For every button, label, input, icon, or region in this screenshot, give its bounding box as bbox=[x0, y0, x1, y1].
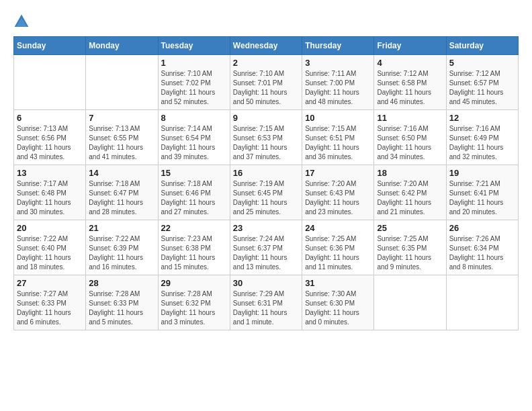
day-number: 29 bbox=[161, 278, 227, 288]
day-info: Sunrise: 7:25 AM Sunset: 6:35 PM Dayligh… bbox=[377, 234, 443, 272]
day-number: 28 bbox=[89, 278, 154, 288]
day-cell: 2Sunrise: 7:10 AM Sunset: 7:01 PM Daylig… bbox=[230, 55, 302, 110]
day-info: Sunrise: 7:10 AM Sunset: 7:01 PM Dayligh… bbox=[233, 69, 299, 107]
day-cell: 15Sunrise: 7:18 AM Sunset: 6:46 PM Dayli… bbox=[158, 165, 230, 220]
day-number: 21 bbox=[89, 223, 154, 233]
day-cell: 26Sunrise: 7:26 AM Sunset: 6:34 PM Dayli… bbox=[446, 220, 518, 275]
day-info: Sunrise: 7:18 AM Sunset: 6:47 PM Dayligh… bbox=[89, 179, 154, 217]
day-cell: 8Sunrise: 7:14 AM Sunset: 6:54 PM Daylig… bbox=[158, 110, 230, 165]
day-cell: 3Sunrise: 7:11 AM Sunset: 7:00 PM Daylig… bbox=[302, 55, 374, 110]
day-cell: 17Sunrise: 7:20 AM Sunset: 6:43 PM Dayli… bbox=[302, 165, 374, 220]
day-cell: 14Sunrise: 7:18 AM Sunset: 6:47 PM Dayli… bbox=[86, 165, 158, 220]
day-number: 26 bbox=[449, 223, 515, 233]
day-cell: 7Sunrise: 7:13 AM Sunset: 6:55 PM Daylig… bbox=[86, 110, 158, 165]
day-info: Sunrise: 7:10 AM Sunset: 7:02 PM Dayligh… bbox=[161, 69, 227, 107]
day-number: 23 bbox=[233, 223, 299, 233]
day-info: Sunrise: 7:23 AM Sunset: 6:38 PM Dayligh… bbox=[161, 234, 227, 272]
day-number: 19 bbox=[449, 168, 515, 178]
header-cell-tuesday: Tuesday bbox=[158, 37, 230, 55]
header-cell-thursday: Thursday bbox=[302, 37, 374, 55]
header-cell-friday: Friday bbox=[374, 37, 446, 55]
day-number: 31 bbox=[305, 278, 371, 288]
day-cell: 23Sunrise: 7:24 AM Sunset: 6:37 PM Dayli… bbox=[230, 220, 302, 275]
day-cell: 11Sunrise: 7:16 AM Sunset: 6:50 PM Dayli… bbox=[374, 110, 446, 165]
day-number: 7 bbox=[89, 113, 154, 123]
header-cell-saturday: Saturday bbox=[446, 37, 518, 55]
day-number: 24 bbox=[305, 223, 371, 233]
day-number: 10 bbox=[305, 113, 371, 123]
day-number: 27 bbox=[17, 278, 83, 288]
day-info: Sunrise: 7:19 AM Sunset: 6:45 PM Dayligh… bbox=[233, 179, 299, 217]
day-number: 16 bbox=[233, 168, 299, 178]
day-info: Sunrise: 7:28 AM Sunset: 6:33 PM Dayligh… bbox=[89, 289, 154, 327]
day-info: Sunrise: 7:15 AM Sunset: 6:51 PM Dayligh… bbox=[305, 124, 371, 162]
day-info: Sunrise: 7:24 AM Sunset: 6:37 PM Dayligh… bbox=[233, 234, 299, 272]
day-cell: 6Sunrise: 7:13 AM Sunset: 6:56 PM Daylig… bbox=[14, 110, 86, 165]
day-cell: 30Sunrise: 7:29 AM Sunset: 6:31 PM Dayli… bbox=[230, 275, 302, 330]
day-number: 18 bbox=[377, 168, 443, 178]
header-cell-wednesday: Wednesday bbox=[230, 37, 302, 55]
day-cell: 24Sunrise: 7:25 AM Sunset: 6:36 PM Dayli… bbox=[302, 220, 374, 275]
logo bbox=[13, 13, 32, 30]
week-row-4: 20Sunrise: 7:22 AM Sunset: 6:40 PM Dayli… bbox=[14, 220, 519, 275]
day-cell: 18Sunrise: 7:20 AM Sunset: 6:42 PM Dayli… bbox=[374, 165, 446, 220]
day-cell: 22Sunrise: 7:23 AM Sunset: 6:38 PM Dayli… bbox=[158, 220, 230, 275]
day-cell: 25Sunrise: 7:25 AM Sunset: 6:35 PM Dayli… bbox=[374, 220, 446, 275]
day-number: 13 bbox=[17, 168, 83, 178]
day-cell: 31Sunrise: 7:30 AM Sunset: 6:30 PM Dayli… bbox=[302, 275, 374, 330]
day-info: Sunrise: 7:29 AM Sunset: 6:31 PM Dayligh… bbox=[233, 289, 299, 327]
day-info: Sunrise: 7:15 AM Sunset: 6:53 PM Dayligh… bbox=[233, 124, 299, 162]
day-cell: 9Sunrise: 7:15 AM Sunset: 6:53 PM Daylig… bbox=[230, 110, 302, 165]
day-number: 20 bbox=[17, 223, 83, 233]
day-number: 22 bbox=[161, 223, 227, 233]
day-info: Sunrise: 7:13 AM Sunset: 6:56 PM Dayligh… bbox=[17, 124, 83, 162]
day-number: 9 bbox=[233, 113, 299, 123]
day-info: Sunrise: 7:20 AM Sunset: 6:43 PM Dayligh… bbox=[305, 179, 371, 217]
day-info: Sunrise: 7:28 AM Sunset: 6:32 PM Dayligh… bbox=[161, 289, 227, 327]
day-info: Sunrise: 7:18 AM Sunset: 6:46 PM Dayligh… bbox=[161, 179, 227, 217]
day-info: Sunrise: 7:22 AM Sunset: 6:40 PM Dayligh… bbox=[17, 234, 83, 272]
header-cell-monday: Monday bbox=[86, 37, 158, 55]
day-info: Sunrise: 7:22 AM Sunset: 6:39 PM Dayligh… bbox=[89, 234, 154, 272]
day-info: Sunrise: 7:13 AM Sunset: 6:55 PM Dayligh… bbox=[89, 124, 154, 162]
header-row: SundayMondayTuesdayWednesdayThursdayFrid… bbox=[14, 37, 519, 55]
week-row-2: 6Sunrise: 7:13 AM Sunset: 6:56 PM Daylig… bbox=[14, 110, 519, 165]
day-cell bbox=[14, 55, 86, 110]
day-number: 5 bbox=[449, 58, 515, 68]
week-row-1: 1Sunrise: 7:10 AM Sunset: 7:02 PM Daylig… bbox=[14, 55, 519, 110]
day-number: 3 bbox=[305, 58, 371, 68]
day-info: Sunrise: 7:11 AM Sunset: 7:00 PM Dayligh… bbox=[305, 69, 371, 107]
day-info: Sunrise: 7:25 AM Sunset: 6:36 PM Dayligh… bbox=[305, 234, 371, 272]
day-cell: 5Sunrise: 7:12 AM Sunset: 6:57 PM Daylig… bbox=[446, 55, 518, 110]
header-cell-sunday: Sunday bbox=[14, 37, 86, 55]
header bbox=[13, 13, 519, 30]
day-info: Sunrise: 7:17 AM Sunset: 6:48 PM Dayligh… bbox=[17, 179, 83, 217]
day-number: 25 bbox=[377, 223, 443, 233]
day-number: 15 bbox=[161, 168, 227, 178]
day-cell: 10Sunrise: 7:15 AM Sunset: 6:51 PM Dayli… bbox=[302, 110, 374, 165]
day-info: Sunrise: 7:21 AM Sunset: 6:41 PM Dayligh… bbox=[449, 179, 515, 217]
day-info: Sunrise: 7:14 AM Sunset: 6:54 PM Dayligh… bbox=[161, 124, 227, 162]
day-cell bbox=[446, 275, 518, 330]
week-row-3: 13Sunrise: 7:17 AM Sunset: 6:48 PM Dayli… bbox=[14, 165, 519, 220]
day-cell: 12Sunrise: 7:16 AM Sunset: 6:49 PM Dayli… bbox=[446, 110, 518, 165]
day-cell: 4Sunrise: 7:12 AM Sunset: 6:58 PM Daylig… bbox=[374, 55, 446, 110]
day-info: Sunrise: 7:26 AM Sunset: 6:34 PM Dayligh… bbox=[449, 234, 515, 272]
day-number: 4 bbox=[377, 58, 443, 68]
calendar-body: 1Sunrise: 7:10 AM Sunset: 7:02 PM Daylig… bbox=[14, 55, 519, 330]
calendar-header: SundayMondayTuesdayWednesdayThursdayFrid… bbox=[14, 37, 519, 55]
day-cell: 28Sunrise: 7:28 AM Sunset: 6:33 PM Dayli… bbox=[86, 275, 158, 330]
day-cell: 21Sunrise: 7:22 AM Sunset: 6:39 PM Dayli… bbox=[86, 220, 158, 275]
day-number: 14 bbox=[89, 168, 154, 178]
calendar-table: SundayMondayTuesdayWednesdayThursdayFrid… bbox=[13, 36, 519, 330]
day-info: Sunrise: 7:12 AM Sunset: 6:57 PM Dayligh… bbox=[449, 69, 515, 107]
day-number: 12 bbox=[449, 113, 515, 123]
day-number: 11 bbox=[377, 113, 443, 123]
day-number: 1 bbox=[161, 58, 227, 68]
day-cell: 20Sunrise: 7:22 AM Sunset: 6:40 PM Dayli… bbox=[14, 220, 86, 275]
day-cell: 13Sunrise: 7:17 AM Sunset: 6:48 PM Dayli… bbox=[14, 165, 86, 220]
day-number: 30 bbox=[233, 278, 299, 288]
day-cell: 27Sunrise: 7:27 AM Sunset: 6:33 PM Dayli… bbox=[14, 275, 86, 330]
logo-icon bbox=[13, 13, 30, 30]
day-cell: 29Sunrise: 7:28 AM Sunset: 6:32 PM Dayli… bbox=[158, 275, 230, 330]
